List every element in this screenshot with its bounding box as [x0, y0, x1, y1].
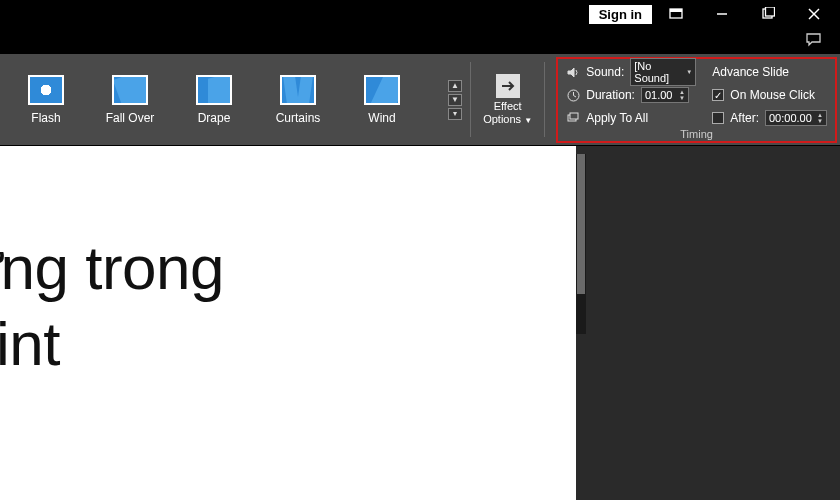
maximize-icon — [761, 7, 775, 21]
drape-icon — [196, 75, 232, 105]
transition-drape[interactable]: Drape — [186, 75, 242, 125]
comments-button[interactable] — [806, 33, 822, 50]
after-label: After: — [730, 111, 759, 125]
apply-to-all-button[interactable]: Apply To All — [566, 109, 696, 127]
minimize-icon — [715, 7, 729, 21]
ribbon-divider — [470, 62, 471, 137]
flash-icon — [28, 75, 64, 105]
curtains-icon — [280, 75, 316, 105]
gallery-up-button[interactable]: ▲ — [448, 80, 462, 92]
sound-label: Sound: — [586, 65, 624, 79]
slide-title-text: ứng trong oint — [0, 230, 224, 381]
close-button[interactable] — [792, 2, 836, 26]
effect-options-button[interactable]: Effect Options ▼ — [479, 54, 536, 145]
maximize-button[interactable] — [746, 2, 790, 26]
transition-wind[interactable]: Wind — [354, 75, 410, 125]
transition-gallery: Flash Fall Over Drape Curtains Wind ▲ ▼ … — [0, 54, 462, 145]
transition-curtains[interactable]: Curtains — [270, 75, 326, 125]
close-icon — [807, 7, 821, 21]
on-mouse-click-label: On Mouse Click — [730, 88, 815, 102]
clock-icon — [566, 88, 580, 102]
svg-rect-4 — [766, 7, 775, 16]
svg-rect-1 — [670, 9, 682, 12]
effect-options-icon — [496, 74, 520, 98]
wind-icon — [364, 75, 400, 105]
transition-fall-over[interactable]: Fall Over — [102, 75, 158, 125]
title-bar: Sign in — [0, 0, 840, 28]
advance-slide-heading: Advance Slide — [712, 65, 789, 79]
after-checkbox[interactable] — [712, 112, 724, 124]
timing-group: Sound: [No Sound] ▼ Duration: 01.00 ▲▼ — [556, 57, 837, 143]
fall-over-icon — [112, 75, 148, 105]
transition-gallery-scroll: ▲ ▼ ▾ — [448, 80, 462, 120]
apply-all-icon — [566, 111, 580, 125]
chevron-down-icon: ▼ — [686, 69, 692, 75]
sound-dropdown[interactable]: [No Sound] ▼ — [630, 58, 696, 86]
scrollbar-thumb[interactable] — [577, 154, 585, 294]
ribbon-transitions-tab: Flash Fall Over Drape Curtains Wind ▲ ▼ … — [0, 54, 840, 146]
ribbon-display-icon — [669, 7, 683, 21]
chevron-down-icon: ▼ — [524, 116, 532, 125]
comments-icon — [806, 33, 822, 47]
gallery-down-button[interactable]: ▼ — [448, 94, 462, 106]
sign-in-button[interactable]: Sign in — [589, 5, 652, 24]
work-area: ứng trong oint — [0, 146, 840, 500]
on-mouse-click-checkbox[interactable]: ✓ — [712, 89, 724, 101]
ribbon-divider — [544, 62, 545, 137]
svg-rect-9 — [570, 113, 578, 119]
ribbon-display-options-button[interactable] — [654, 2, 698, 26]
timing-group-label: Timing — [680, 128, 713, 140]
vertical-scrollbar[interactable] — [576, 154, 586, 334]
duration-spinner[interactable]: 01.00 ▲▼ — [641, 87, 689, 103]
right-pane — [576, 146, 840, 500]
sound-icon — [566, 65, 580, 79]
after-time-spinner[interactable]: 00:00.00 ▲▼ — [765, 110, 827, 126]
collapsed-ribbon-bar — [0, 28, 840, 54]
gallery-more-button[interactable]: ▾ — [448, 108, 462, 120]
transition-flash[interactable]: Flash — [18, 75, 74, 125]
slide-canvas[interactable]: ứng trong oint — [0, 146, 576, 500]
duration-label: Duration: — [586, 88, 635, 102]
minimize-button[interactable] — [700, 2, 744, 26]
